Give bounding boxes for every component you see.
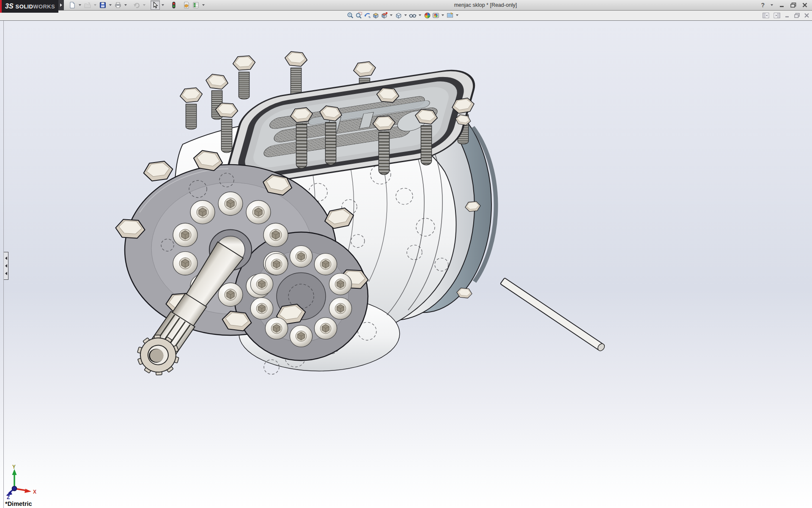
- graphics-area[interactable]: Y X Z *Dimetric: [0, 21, 812, 508]
- previous-view-icon: [364, 12, 371, 19]
- expand-arrow-icon: [60, 3, 62, 7]
- view-orientation-label: *Dimetric: [5, 500, 32, 507]
- close-button[interactable]: [802, 2, 808, 8]
- apply-scene-icon: [432, 12, 439, 19]
- new-document-button[interactable]: [68, 0, 77, 10]
- view-settings-dropdown[interactable]: [454, 11, 460, 20]
- collapse-arrow-icon: [5, 272, 7, 275]
- open-folder-icon: [84, 2, 91, 8]
- zoom-to-area-icon: [355, 12, 362, 19]
- appearance-ball-icon: [424, 12, 431, 19]
- view-orientation-button[interactable]: [380, 11, 388, 19]
- previous-view-button[interactable]: [363, 11, 371, 19]
- undo-arrow-icon: [133, 2, 140, 8]
- display-style-dropdown[interactable]: [403, 11, 409, 20]
- minimize-document-button[interactable]: [785, 13, 790, 18]
- rebuild-button[interactable]: [169, 0, 178, 10]
- triad-x-label: X: [33, 489, 36, 495]
- open-document-button[interactable]: [83, 0, 92, 10]
- zoom-to-area-button[interactable]: [354, 11, 363, 19]
- apply-scene-button[interactable]: [431, 11, 440, 19]
- window-controls: ?: [761, 0, 808, 10]
- print-button[interactable]: [113, 0, 123, 10]
- display-style-icon: [395, 12, 402, 19]
- section-view-button[interactable]: [371, 11, 380, 19]
- new-document-icon: [69, 2, 76, 8]
- close-document-button[interactable]: [804, 13, 809, 18]
- featuremanager-collapsed-tab[interactable]: [4, 252, 8, 280]
- brand-name-bold: SOLID: [16, 3, 33, 10]
- collapse-left-pane-button[interactable]: [763, 12, 770, 19]
- print-icon: [115, 2, 121, 8]
- hide-show-items-dropdown[interactable]: [417, 11, 423, 20]
- collapse-right-pane-button[interactable]: [774, 12, 781, 19]
- eyeglasses-icon: [409, 12, 417, 19]
- display-style-button[interactable]: [394, 11, 403, 19]
- triad-origin: [12, 486, 17, 491]
- view-settings-button[interactable]: [446, 11, 454, 19]
- brand-name-light: WORKS: [33, 3, 55, 10]
- app-logo: 3S SOLIDWORKS: [0, 0, 58, 13]
- reference-triad: Y X Z: [2, 464, 42, 500]
- triad-y-arrow: [12, 469, 17, 475]
- restore-button[interactable]: [790, 2, 797, 8]
- save-dropdown[interactable]: [107, 0, 113, 10]
- gearbox-assembly-model: [0, 21, 812, 508]
- save-button[interactable]: [98, 0, 107, 10]
- select-button[interactable]: [151, 0, 160, 10]
- restore-document-button[interactable]: [794, 13, 800, 18]
- new-document-dropdown[interactable]: [77, 0, 83, 10]
- rebuild-traffic-light-icon: [170, 2, 177, 8]
- help-dropdown[interactable]: [770, 0, 774, 10]
- triad-x-arrow: [25, 489, 31, 493]
- save-floppy-icon: [99, 2, 106, 8]
- view-orientation-icon: [381, 12, 388, 19]
- document-window-controls: [763, 10, 809, 20]
- logo-red-accent: [0, 0, 2, 13]
- triad-y-label: Y: [12, 464, 16, 470]
- view-settings-icon: [447, 12, 454, 19]
- select-cursor-icon: [152, 2, 159, 8]
- options-button[interactable]: [191, 0, 200, 10]
- window-title: menjac sklop * [Read-only]: [454, 0, 517, 10]
- collapse-arrow-icon: [5, 257, 7, 260]
- document-window-bar: [0, 10, 812, 21]
- logo-3ds-icon: 3S: [5, 3, 14, 10]
- minimize-button[interactable]: [779, 2, 785, 8]
- undo-dropdown[interactable]: [141, 0, 147, 10]
- help-button[interactable]: ?: [761, 2, 765, 8]
- apply-scene-dropdown[interactable]: [440, 11, 446, 20]
- undo-button[interactable]: [132, 0, 141, 10]
- collapse-arrow-icon: [5, 264, 7, 268]
- edit-appearance-button[interactable]: [423, 11, 431, 19]
- zoom-to-fit-button[interactable]: [346, 11, 354, 19]
- options-dropdown[interactable]: [200, 0, 206, 10]
- zoom-to-fit-icon: [347, 12, 354, 19]
- open-document-dropdown[interactable]: [92, 0, 98, 10]
- view-orientation-dropdown[interactable]: [388, 11, 394, 20]
- heads-up-view-toolbar: [346, 10, 460, 20]
- print-dropdown[interactable]: [123, 0, 129, 10]
- output-shaft: [500, 278, 606, 352]
- file-properties-button[interactable]: [182, 0, 191, 10]
- options-checklist-icon: [192, 2, 199, 8]
- file-properties-icon: [183, 2, 190, 8]
- triad-z-label: Z: [7, 494, 10, 500]
- title-bar: menjac sklop * [Read-only]: [0, 0, 812, 11]
- main-toolbar: [68, 0, 206, 10]
- section-view-icon: [372, 12, 379, 19]
- menu-expand-tab[interactable]: [58, 0, 64, 10]
- select-dropdown[interactable]: [160, 0, 166, 10]
- hide-show-items-button[interactable]: [409, 11, 417, 19]
